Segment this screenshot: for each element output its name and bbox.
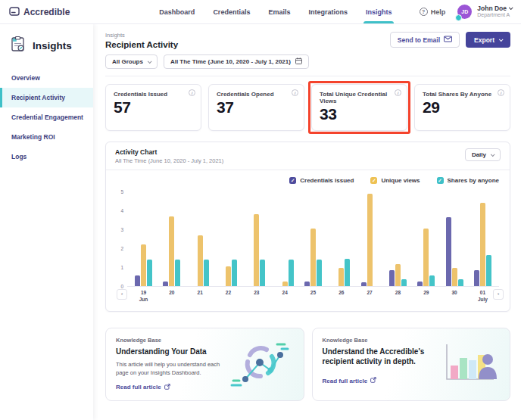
interval-value: Daily — [472, 151, 486, 158]
x-axis-line — [127, 286, 499, 287]
x-axis-label: 27 — [367, 290, 373, 297]
header-divider — [105, 76, 510, 76]
x-axis-label: 24 — [282, 290, 288, 297]
nav-emails[interactable]: Emails — [268, 1, 290, 23]
legend-checkbox[interactable]: ✓ — [370, 177, 377, 184]
sidebar-item-recipient-activity[interactable]: Recipient Activity — [0, 88, 93, 107]
kb-link-label: Read full article — [116, 384, 161, 390]
chart-bar — [310, 229, 316, 286]
chart-bar — [147, 260, 152, 286]
legend-checkbox[interactable]: ✓ — [289, 177, 296, 184]
user-name: John Doe — [477, 5, 507, 13]
question-icon — [420, 8, 428, 16]
knowledge-base-row: Knowledge Base Understanding Your Data T… — [105, 328, 510, 401]
groups-filter-value: All Groups — [112, 58, 143, 65]
chart-prev-button[interactable]: ‹ — [117, 289, 127, 300]
stat-card-credentials-opened: Credentials Opened 37 — [208, 84, 304, 131]
info-icon[interactable] — [395, 89, 401, 96]
info-icon[interactable] — [189, 89, 195, 96]
sidebar-item-logs[interactable]: Logs — [0, 147, 93, 166]
chart-bar — [486, 255, 491, 286]
chart-bar — [169, 216, 174, 287]
send-to-email-label: Send to Email — [398, 36, 440, 44]
x-axis-label: 21 — [198, 290, 203, 297]
insights-clipboard-icon — [9, 35, 27, 56]
brand-name: Accredible — [23, 7, 70, 17]
sidebar-item-overview[interactable]: Overview — [0, 68, 93, 88]
chart-bar — [395, 264, 401, 286]
x-axis-label: 19Jun — [139, 290, 148, 303]
chart-legend: ✓Credentials issued✓Unique views✓Shares … — [106, 170, 510, 185]
chevron-down-icon — [499, 37, 504, 42]
user-menu[interactable]: JD John Doe Department A — [457, 5, 512, 20]
info-icon[interactable] — [292, 89, 298, 96]
y-axis-tick: 3 — [120, 227, 123, 232]
accredible-logo-icon — [9, 5, 20, 19]
kb-kicker: Knowledge Base — [116, 337, 221, 344]
chart-bar — [254, 214, 259, 286]
sidebar-item-credential-engagement[interactable]: Credential Engagement — [0, 107, 93, 127]
chart-bar — [232, 260, 237, 286]
kb-title: Understanding Your Data — [116, 347, 221, 356]
calendar-icon — [295, 58, 302, 66]
bar-chart-person-illustration — [436, 340, 500, 390]
nav-credentials[interactable]: Credentials — [213, 1, 250, 23]
x-axis-label: 23 — [254, 290, 259, 297]
chevron-down-icon — [491, 152, 495, 157]
chart-bar — [429, 275, 435, 286]
x-axis-label: 22 — [226, 290, 231, 297]
chart-bar — [474, 270, 479, 286]
status-badge — [455, 14, 462, 21]
y-axis-tick: 0 — [120, 284, 123, 289]
read-article-link[interactable]: Read full article — [116, 384, 170, 391]
legend-item: ✓Credentials issued — [289, 177, 354, 184]
info-icon[interactable] — [498, 89, 504, 96]
kb-card-understanding-data: Knowledge Base Understanding Your Data T… — [105, 328, 304, 401]
chart-next-button[interactable]: › — [493, 289, 504, 300]
date-range-filter[interactable]: All The Time (June 10, 2020 - July 1, 20… — [164, 54, 309, 69]
chart-bar — [401, 279, 407, 286]
envelope-icon — [444, 36, 452, 44]
chart-title: Activity Chart — [115, 148, 223, 156]
nav-dashboard[interactable]: Dashboard — [159, 1, 195, 23]
external-link-icon — [370, 377, 376, 384]
x-axis-label: 01July — [478, 290, 488, 303]
y-axis-tick: 2 — [120, 246, 123, 251]
main-content: Insights Recipient Activity Send to Emai… — [93, 24, 521, 420]
stat-card-credentials-issued: Credentials Issued 57 — [105, 84, 201, 131]
chart-bar — [446, 217, 451, 286]
export-button[interactable]: Export — [466, 32, 510, 48]
legend-item: ✓Shares by anyone — [437, 177, 499, 184]
chart-bar — [480, 203, 485, 286]
top-nav: Dashboard Credentials Emails Integration… — [159, 1, 392, 23]
chart-bar — [389, 270, 395, 286]
nav-insights[interactable]: Insights — [366, 1, 392, 23]
sidebar-item-marketing-roi[interactable]: Marketing ROI — [0, 127, 93, 147]
chart-bar — [175, 260, 180, 286]
sidebar-title: Insights — [33, 40, 72, 51]
stat-label: Credentials Issued — [114, 91, 193, 98]
activity-chart-panel: Activity Chart All The Time (June 10, 20… — [105, 142, 510, 312]
chart-bar — [141, 244, 146, 286]
y-axis-tick: 5 — [120, 189, 123, 194]
help-button[interactable]: Help — [420, 8, 446, 16]
stat-label: Total Shares By Anyone — [423, 91, 502, 98]
stat-label: Total Unique Credential Views — [320, 91, 399, 104]
send-to-email-button[interactable]: Send to Email — [390, 32, 460, 48]
legend-checkbox[interactable]: ✓ — [437, 177, 444, 184]
chart-bar — [452, 268, 457, 286]
brand-logo[interactable]: Accredible — [9, 5, 70, 19]
legend-label: Unique views — [381, 177, 420, 184]
read-article-link[interactable]: Read full article — [323, 377, 377, 384]
nav-integrations[interactable]: Integrations — [308, 1, 348, 23]
x-axis-label: 28 — [395, 290, 401, 297]
chart-bar — [345, 259, 350, 286]
chart-bar — [135, 275, 140, 286]
groups-filter-select[interactable]: All Groups — [105, 54, 158, 69]
interval-select[interactable]: Daily — [465, 148, 501, 161]
kb-kicker: Knowledge Base — [323, 337, 431, 344]
data-network-illustration — [227, 338, 294, 391]
chart-bar — [423, 229, 429, 286]
sidebar: Insights Overview Recipient Activity Cre… — [0, 24, 93, 420]
stat-value: 33 — [320, 105, 399, 123]
